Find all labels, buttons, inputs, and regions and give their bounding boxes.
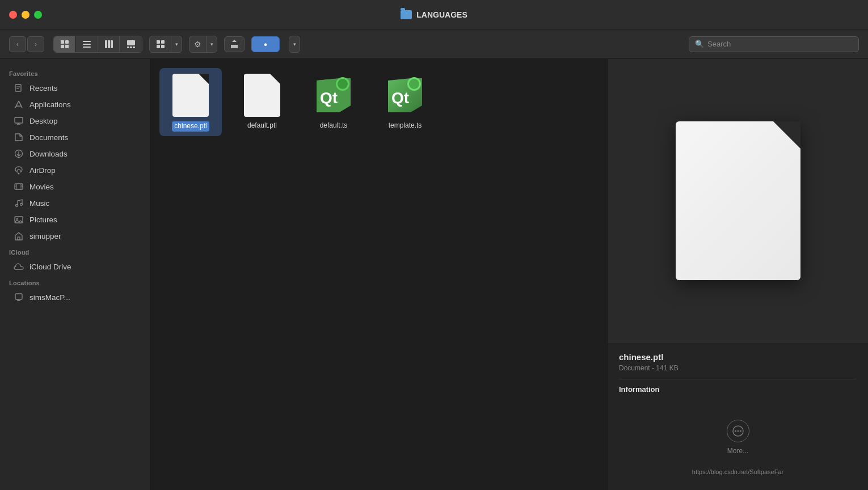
svg-rect-7 <box>105 40 107 48</box>
recents-icon <box>14 83 24 93</box>
sort-button[interactable]: ▾ <box>289 36 300 53</box>
svg-rect-40 <box>15 294 22 299</box>
preview-filename: chinese.ptl <box>619 352 857 362</box>
gear-button[interactable]: ⚙ ▾ <box>189 36 217 53</box>
svg-rect-14 <box>157 40 160 44</box>
preview-divider <box>619 379 857 379</box>
sidebar-item-label: Downloads <box>30 150 68 158</box>
view-dropdown-arrow[interactable]: ▾ <box>171 36 182 52</box>
search-icon: 🔍 <box>695 40 704 48</box>
svg-point-52 <box>740 430 741 432</box>
svg-line-21 <box>15 101 19 108</box>
sidebar-item-label: AirDrop <box>30 166 56 175</box>
downloads-icon <box>14 149 24 159</box>
sidebar-item-label: Movies <box>30 183 54 191</box>
qt-icon: Qt <box>314 76 353 115</box>
sidebar: Favorites Recents Applications <box>0 59 150 490</box>
svg-rect-16 <box>157 45 160 48</box>
nav-buttons: ‹ › <box>9 36 44 52</box>
svg-rect-8 <box>108 40 110 48</box>
minimize-button[interactable] <box>22 11 30 19</box>
svg-rect-18 <box>15 85 21 91</box>
more-label[interactable]: More... <box>727 447 748 455</box>
sidebar-item-recents[interactable]: Recents <box>5 80 145 96</box>
file-label: chinese.ptl <box>172 121 209 132</box>
gear-icon[interactable]: ⚙ <box>189 36 207 52</box>
file-item-default-ts[interactable]: Qt default.ts <box>302 68 365 136</box>
preview-image-area <box>608 59 868 343</box>
file-item-template-ts[interactable]: Qt template.ts <box>374 68 436 136</box>
sidebar-item-macpro[interactable]: simsMacP... <box>5 289 145 305</box>
svg-point-50 <box>735 430 736 432</box>
file-label: template.ts <box>389 121 422 130</box>
column-view-button[interactable] <box>98 36 120 52</box>
document-icon <box>172 74 209 117</box>
file-icon-wrapper <box>239 73 285 118</box>
sidebar-item-desktop[interactable]: Desktop <box>5 113 145 129</box>
share-button[interactable] <box>224 36 245 52</box>
sidebar-item-simupper[interactable]: simupper <box>5 228 145 244</box>
svg-point-35 <box>16 205 18 207</box>
toolbar: ‹ › <box>0 29 868 59</box>
sidebar-item-downloads[interactable]: Downloads <box>5 146 145 162</box>
svg-rect-24 <box>15 117 23 123</box>
svg-rect-4 <box>83 41 91 42</box>
back-button[interactable]: ‹ <box>9 36 26 52</box>
search-box[interactable]: 🔍 <box>689 36 859 52</box>
movies-icon <box>14 181 24 192</box>
search-input[interactable] <box>707 40 853 48</box>
file-label: default.ptl <box>247 121 277 130</box>
file-icon-wrapper <box>168 73 213 118</box>
file-area: chinese.ptl default.ptl <box>150 59 607 490</box>
file-icon-wrapper: Qt <box>311 73 356 118</box>
svg-text:Qt: Qt <box>391 89 409 107</box>
tag-button[interactable]: ● <box>251 36 280 52</box>
gallery-view-button[interactable] <box>120 36 142 52</box>
sidebar-item-label: Documents <box>30 133 68 142</box>
airdrop-icon <box>14 165 24 175</box>
sidebar-item-label: Desktop <box>30 117 58 125</box>
sidebar-item-airdrop[interactable]: AirDrop <box>5 162 145 178</box>
sort-dropdown-arrow[interactable]: ▾ <box>289 36 300 52</box>
sidebar-section-locations: Locations <box>0 275 150 289</box>
sidebar-item-documents[interactable]: Documents <box>5 129 145 145</box>
svg-line-22 <box>19 101 22 108</box>
sidebar-item-icloud-drive[interactable]: iCloud Drive <box>5 259 145 274</box>
documents-icon <box>14 132 24 142</box>
sidebar-item-applications[interactable]: Applications <box>5 96 145 112</box>
svg-rect-13 <box>133 47 135 48</box>
svg-rect-17 <box>161 45 165 48</box>
svg-rect-0 <box>61 40 64 44</box>
preview-meta: Document - 141 KB <box>619 364 857 372</box>
gear-dropdown-arrow[interactable]: ▾ <box>207 36 217 52</box>
music-icon <box>14 198 24 208</box>
close-button[interactable] <box>9 11 17 19</box>
sidebar-item-pictures[interactable]: Pictures <box>5 212 145 227</box>
sidebar-item-movies[interactable]: Movies <box>5 179 145 195</box>
file-grid: chinese.ptl default.ptl <box>159 68 598 136</box>
sidebar-section-icloud: iCloud <box>0 244 150 258</box>
sidebar-item-label: Pictures <box>30 216 57 224</box>
svg-rect-10 <box>127 40 135 45</box>
view-grid-main[interactable] <box>150 36 171 52</box>
sidebar-item-music[interactable]: Music <box>5 195 145 211</box>
file-item-default-ptl[interactable]: default.ptl <box>231 68 293 136</box>
svg-rect-5 <box>83 44 91 45</box>
title-bar: LANGUAGES <box>0 0 868 29</box>
preview-info: chinese.ptl Document - 141 KB Informatio… <box>608 343 868 408</box>
list-view-button[interactable] <box>76 36 98 52</box>
svg-rect-15 <box>161 40 165 44</box>
sidebar-item-label: simupper <box>30 232 61 240</box>
more-button[interactable] <box>727 420 749 442</box>
maximize-button[interactable] <box>34 11 42 19</box>
icon-view-button[interactable] <box>54 36 75 52</box>
view-dropdown-button[interactable]: ▾ <box>149 36 182 53</box>
desktop-icon <box>14 116 24 126</box>
view-buttons <box>53 36 142 53</box>
preview-section-title: Information <box>619 385 857 394</box>
svg-point-38 <box>16 218 18 220</box>
forward-button[interactable]: › <box>27 36 44 52</box>
svg-rect-12 <box>130 47 132 48</box>
file-item-chinese-ptl[interactable]: chinese.ptl <box>159 68 222 136</box>
svg-rect-1 <box>65 40 69 44</box>
